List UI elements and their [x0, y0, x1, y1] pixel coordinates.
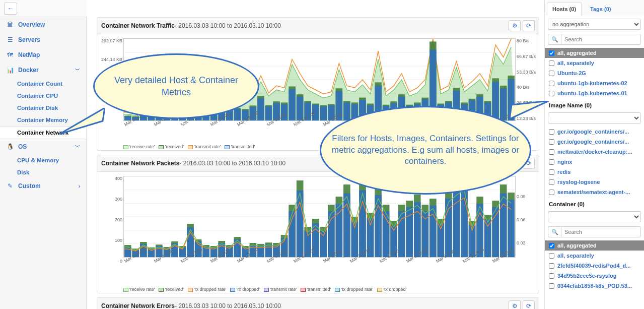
checkbox[interactable]	[549, 81, 554, 86]
checkbox[interactable]	[549, 283, 554, 289]
filter-item[interactable]: 0344cfab1858-k8s_POD.53...	[545, 281, 644, 291]
tux-icon: 🐧	[6, 143, 14, 150]
panel-title: Container Network Errors	[101, 302, 175, 309]
checkbox[interactable]	[549, 273, 554, 279]
checkbox[interactable]	[549, 50, 554, 56]
legend-item[interactable]: 'received'	[159, 144, 183, 149]
legend-item[interactable]: 'transmitted'	[225, 144, 255, 149]
legend-item[interactable]: 'tx dropped rate'	[335, 287, 373, 292]
nav-os-disk[interactable]: Disk	[0, 166, 86, 178]
legend-item[interactable]: 'transmit rate'	[188, 144, 221, 149]
aggregation-select[interactable]: no aggregation	[548, 19, 641, 30]
image-select[interactable]	[548, 112, 641, 123]
ytick: 400	[99, 176, 122, 181]
svg-rect-201	[445, 199, 452, 257]
filter-item[interactable]: rsyslog-logsene	[545, 177, 644, 187]
checkbox[interactable]	[549, 129, 554, 135]
nav-docker-cpu[interactable]: Container CPU	[0, 90, 86, 102]
checkbox[interactable]	[549, 263, 554, 269]
checkbox[interactable]	[549, 243, 554, 249]
sitemap-icon: 🗺	[6, 51, 14, 58]
legend-item[interactable]: 'received'	[159, 287, 183, 292]
checkbox[interactable]	[549, 253, 554, 259]
filter-item[interactable]: redis	[545, 167, 644, 177]
nav-overview[interactable]: 🏛 Overview	[0, 17, 86, 32]
filter-item[interactable]: ubuntu-1gb-kubernetes-01	[545, 88, 644, 98]
filter-item[interactable]: gcr.io/google_containers/...	[545, 137, 644, 147]
legend-item[interactable]: 'rx dropped'	[230, 287, 259, 292]
gear-icon[interactable]: ⚙	[509, 20, 521, 31]
svg-rect-76	[289, 89, 296, 120]
yaxis-right: 0.09 0.06 0.03	[517, 176, 537, 264]
nav-os-cpumem[interactable]: CPU & Memory	[0, 154, 86, 166]
checkbox[interactable]	[549, 91, 554, 96]
filter-item[interactable]: Ubuntu-2G	[545, 68, 644, 78]
image-list: gcr.io/google_containers/...gcr.io/googl…	[545, 127, 644, 197]
filter-item[interactable]: sematext/sematext-agent-...	[545, 187, 644, 197]
nav-label: Custom	[18, 182, 41, 190]
filter-item[interactable]: all, separately	[545, 251, 644, 261]
legend-item[interactable]: 'tx dropped'	[377, 287, 406, 292]
checkbox[interactable]	[549, 60, 554, 66]
filter-item[interactable]: all, aggregated	[545, 240, 644, 251]
ytick: 66.67 B/s	[517, 54, 537, 59]
svg-rect-197	[414, 202, 421, 257]
panel-tools: ⚙ ⟳	[509, 300, 535, 309]
nav-docker-count[interactable]: Container Count	[0, 78, 86, 90]
filter-label: meltwater/docker-cleanup:...	[557, 149, 632, 155]
filter-item[interactable]: all, separately	[545, 58, 644, 68]
legend-item[interactable]: 'rx dropped rate'	[188, 287, 226, 292]
ytick: 0	[99, 259, 122, 264]
gear-icon[interactable]: ⚙	[509, 300, 521, 309]
container-list: all, aggregatedall, separately2fcfd5f400…	[545, 240, 644, 291]
refresh-icon[interactable]: ⟳	[523, 20, 535, 31]
ytick: 0.09	[517, 194, 537, 199]
filter-item[interactable]: nginx	[545, 157, 644, 167]
hosts-search-input[interactable]	[561, 34, 641, 45]
filter-item[interactable]: all, aggregated	[545, 48, 644, 58]
legend-item[interactable]: 'transmit rate'	[264, 287, 297, 292]
nav-servers[interactable]: ☰ Servers	[0, 32, 86, 47]
checkbox[interactable]	[549, 179, 554, 185]
filter-label: all, separately	[557, 60, 594, 66]
refresh-icon[interactable]: ⟳	[523, 300, 535, 309]
back-button[interactable]: ←	[4, 3, 17, 15]
checkbox[interactable]	[549, 139, 554, 145]
filter-item[interactable]: gcr.io/google_containers/...	[545, 127, 644, 137]
checkbox[interactable]	[549, 149, 554, 155]
barchart-icon: 📊	[6, 67, 14, 74]
legend-item[interactable]: 'transmitted'	[301, 287, 331, 292]
nav-docker[interactable]: 📊 Docker ﹀	[0, 63, 86, 78]
ytick: 0.03	[517, 240, 537, 245]
filter-label: ubuntu-1gb-kubernetes-02	[557, 80, 627, 86]
container-header: Container (0)	[545, 197, 644, 208]
filter-item[interactable]: ubuntu-1gb-kubernetes-02	[545, 78, 644, 88]
legend-item[interactable]: 'receive rate'	[123, 287, 155, 292]
tab-hosts[interactable]: Hosts (0)	[547, 2, 582, 16]
nav-label: Overview	[18, 21, 45, 28]
filter-item[interactable]: meltwater/docker-cleanup:...	[545, 147, 644, 157]
checkbox[interactable]	[549, 71, 554, 76]
nav-os[interactable]: 🐧 OS ﹀	[0, 139, 86, 154]
nav-netmap[interactable]: 🗺 NetMap	[0, 47, 86, 63]
annotation-bubble-2: Filters for Hosts, Images, Containers. S…	[320, 106, 531, 195]
container-search: 🔍	[548, 226, 641, 237]
container-search-input[interactable]	[561, 226, 641, 237]
filter-item[interactable]: 2fcfd5f40039-redisPod4_d...	[545, 261, 644, 271]
legend-item[interactable]: 'receive rate'	[123, 144, 155, 149]
search-icon: 🔍	[548, 34, 561, 45]
filter-item[interactable]: 34d95b2eec5e-rsyslog	[545, 271, 644, 281]
filter-label: all, aggregated	[557, 50, 597, 56]
tab-tags[interactable]: Tags (0)	[585, 2, 616, 16]
annotation-pointer-1	[59, 108, 105, 138]
svg-rect-196	[406, 207, 413, 257]
checkbox[interactable]	[549, 190, 554, 195]
pencil-icon: ✎	[6, 182, 14, 190]
annotation-pointer-2	[510, 101, 549, 126]
nav-custom[interactable]: ✎ Custom ›	[0, 178, 86, 194]
checkbox[interactable]	[549, 159, 554, 165]
container-select[interactable]	[548, 211, 641, 222]
panel-tools: ⚙ ⟳	[509, 20, 535, 31]
checkbox[interactable]	[549, 169, 554, 175]
filter-tabs: Hosts (0) Tags (0)	[545, 0, 644, 16]
